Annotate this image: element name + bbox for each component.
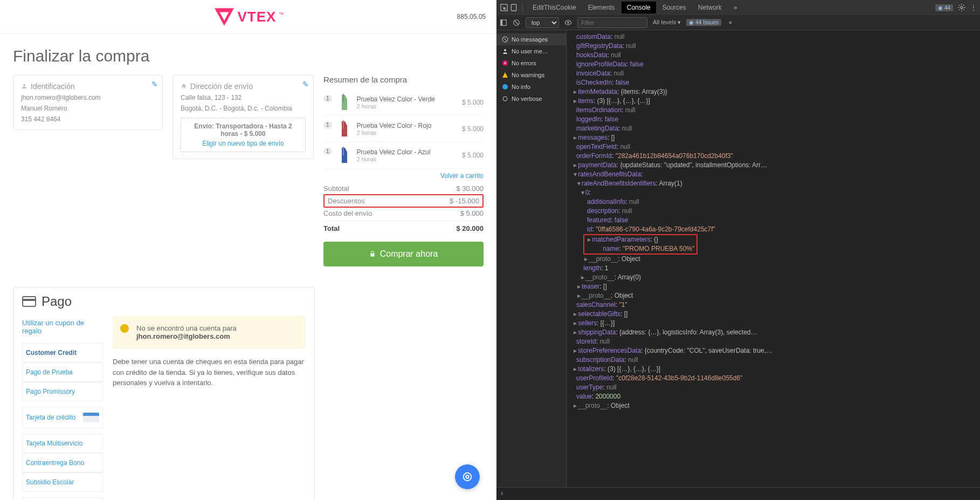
sidebar-filter[interactable]: No verbose bbox=[496, 93, 566, 105]
clear-console-icon[interactable] bbox=[513, 19, 520, 26]
sidebar-toggle-icon[interactable] bbox=[500, 19, 507, 26]
console-sidebar: No messagesNo user me…No errorsNo warnin… bbox=[496, 30, 567, 487]
filter-input[interactable] bbox=[577, 17, 647, 28]
cart-item: 1 Prueba Velez Color - Azul2 horas $ 5.0… bbox=[323, 142, 484, 169]
svg-rect-14 bbox=[501, 19, 503, 25]
svg-rect-4 bbox=[343, 147, 344, 155]
cart-item: 1 Prueba Velez Color - Verde2 horas $ 5.… bbox=[323, 90, 484, 116]
payment-option[interactable]: Pago de Prueba bbox=[22, 362, 103, 382]
buy-now-button[interactable]: Comprar ahora bbox=[323, 242, 484, 266]
eye-icon[interactable] bbox=[564, 19, 572, 26]
svg-point-19 bbox=[504, 49, 506, 51]
sidebar-filter[interactable]: No errors bbox=[496, 57, 566, 69]
brand-logo: VTEX™ bbox=[213, 5, 284, 28]
back-to-cart-link[interactable]: Volver a carrito bbox=[323, 172, 484, 180]
identification-title: Identificación bbox=[21, 82, 155, 91]
levels-dropdown[interactable]: All levels ▾ bbox=[653, 19, 681, 26]
svg-rect-2 bbox=[343, 94, 344, 102]
payment-option[interactable]: Subsidio Escolar bbox=[22, 472, 103, 492]
id-phone: 315 442 8464 bbox=[21, 115, 155, 123]
help-text: Debe tener una cuenta de cheques en esta… bbox=[113, 357, 306, 388]
svg-point-9 bbox=[464, 473, 472, 481]
identification-panel: ✎ Identificación jhon.romero@itglobers.c… bbox=[13, 75, 163, 130]
svg-rect-3 bbox=[343, 120, 344, 129]
warning-box: No se encontró una cuenta para jhon.rome… bbox=[113, 316, 306, 349]
payment-option[interactable]: Crédito Leather loves bbox=[22, 497, 103, 500]
lock-icon bbox=[369, 250, 376, 258]
svg-point-8 bbox=[466, 475, 469, 478]
change-shipping-link[interactable]: Eligir un nuevo tipo de envío bbox=[185, 140, 301, 147]
svg-rect-6 bbox=[23, 299, 36, 301]
gear-icon[interactable] bbox=[957, 3, 966, 12]
svg-point-21 bbox=[502, 84, 508, 90]
tab-sources[interactable]: Sources bbox=[657, 2, 692, 13]
console-prompt[interactable]: › bbox=[496, 487, 980, 500]
tab-editcookie[interactable]: EditThisCookie bbox=[527, 2, 582, 13]
payment-option[interactable]: Customer Credit bbox=[22, 343, 103, 362]
tab-console[interactable]: Console bbox=[622, 2, 656, 13]
issues-link[interactable]: ◉ 44 Issues bbox=[686, 19, 721, 26]
product-thumb bbox=[336, 146, 353, 165]
inspect-icon[interactable] bbox=[500, 3, 508, 12]
gear-icon[interactable] bbox=[727, 19, 734, 26]
totals-block: Subtotal$ 30.000 Descuentos$ -15.000 Cos… bbox=[323, 183, 484, 234]
context-select[interactable]: top bbox=[526, 17, 559, 28]
svg-rect-5 bbox=[23, 297, 36, 306]
tab-network[interactable]: Network bbox=[693, 2, 727, 13]
page-title: Finalizar la compra bbox=[13, 47, 484, 65]
ship-street: Calle falsa, 123 - 132 bbox=[181, 94, 306, 101]
payment-option[interactable]: Pago Promissory bbox=[22, 382, 103, 401]
discount-row: Descuentos$ -15.000 bbox=[323, 194, 484, 208]
sidebar-filter[interactable]: No info bbox=[496, 81, 566, 93]
card-icon bbox=[83, 413, 99, 422]
payment-title: Pago bbox=[13, 287, 314, 316]
payment-option[interactable]: Tarjeta de crédito bbox=[22, 407, 103, 428]
svg-point-16 bbox=[567, 22, 569, 24]
kebab-icon[interactable]: ⋮ bbox=[970, 4, 977, 11]
sidebar-filter[interactable]: No warnings bbox=[496, 69, 566, 81]
coupon-link[interactable]: Utilizar un cupón de regalo bbox=[22, 316, 103, 343]
svg-point-17 bbox=[729, 22, 731, 24]
devtools: EditThisCookie Elements Console Sources … bbox=[496, 0, 980, 500]
summary-title: Resumen de la compra bbox=[323, 75, 484, 84]
sidebar-filter[interactable]: No user me… bbox=[496, 45, 566, 57]
ship-method: Envío: Transportadora - Hasta 2 horas - … bbox=[194, 122, 292, 138]
tab-elements[interactable]: Elements bbox=[583, 2, 620, 13]
payment-option[interactable]: Tarjeta Multiservicio bbox=[22, 434, 103, 453]
version-label: 885.05.05 bbox=[457, 13, 486, 20]
svg-point-12 bbox=[961, 6, 963, 9]
app-header: VTEX™ 885.05.05 bbox=[0, 0, 496, 34]
device-icon[interactable] bbox=[509, 3, 518, 12]
edit-shipping-icon[interactable]: ✎ bbox=[302, 80, 309, 88]
product-thumb bbox=[336, 119, 353, 139]
tab-more[interactable]: » bbox=[728, 2, 743, 13]
payment-option[interactable]: Contraentrega Bono bbox=[22, 453, 103, 472]
shipping-panel: ✎ Dirección de envío Calle falsa, 123 - … bbox=[172, 75, 314, 159]
product-thumb bbox=[336, 93, 353, 112]
error-badge[interactable]: ◉ 44 bbox=[935, 4, 953, 11]
svg-rect-11 bbox=[511, 4, 516, 11]
sidebar-filter[interactable]: No messages bbox=[496, 33, 566, 45]
console-output[interactable]: customData: null giftRegistryData: null … bbox=[567, 30, 980, 487]
edit-identification-icon[interactable]: ✎ bbox=[151, 80, 158, 88]
id-email: jhon.romero@itglobers.com bbox=[21, 94, 155, 101]
id-name: Manuel Romero bbox=[21, 105, 155, 112]
shipping-title: Dirección de envío bbox=[181, 82, 306, 91]
support-fab[interactable] bbox=[455, 464, 480, 489]
ship-city: Bogotá, D.C. - Bogotá, D.c. - Colombia bbox=[181, 105, 306, 112]
svg-point-22 bbox=[503, 97, 507, 101]
cart-item: 1 Prueba Velez Color - Rojo2 horas $ 5.0… bbox=[323, 116, 484, 142]
devtools-tabs: EditThisCookie Elements Console Sources … bbox=[496, 0, 980, 15]
card-icon bbox=[22, 296, 36, 307]
